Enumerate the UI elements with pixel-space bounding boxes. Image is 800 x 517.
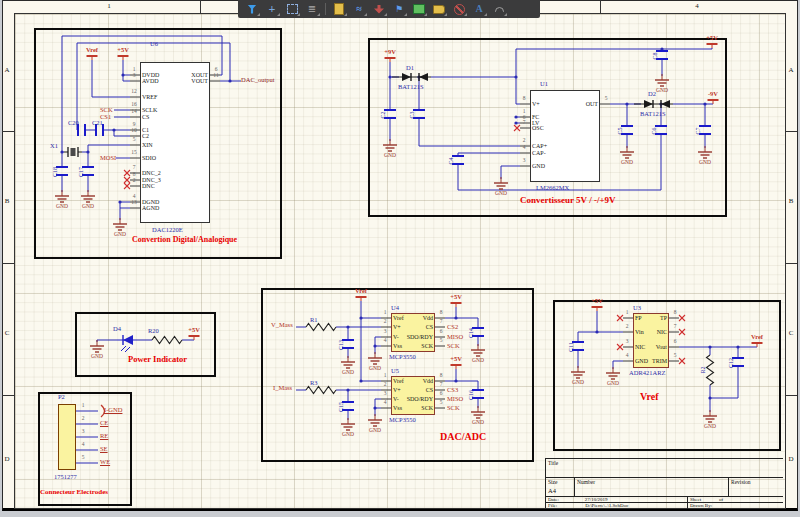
- designator-U4[interactable]: U4: [391, 305, 399, 312]
- net-label-DAC_output[interactable]: DAC_output: [241, 77, 275, 84]
- pin-number: 5: [670, 353, 680, 359]
- designator-C18[interactable]: C18: [51, 163, 59, 181]
- pin-number: 6: [436, 391, 446, 397]
- designator-C3[interactable]: C3: [408, 106, 416, 124]
- place-part-icon[interactable]: [329, 0, 349, 18]
- designator-R20[interactable]: R20: [148, 328, 159, 335]
- net-label-SCK[interactable]: SCK: [447, 405, 460, 412]
- designator-R3[interactable]: R3: [310, 380, 318, 387]
- filter-icon[interactable]: [242, 0, 262, 18]
- pin-number: 2: [129, 178, 139, 184]
- part-number-U3[interactable]: ADR421ARZ: [629, 370, 665, 377]
- sheet-label: Sheet: [690, 497, 701, 501]
- designator-C7[interactable]: C7: [694, 122, 702, 140]
- place-power-port-icon[interactable]: [369, 0, 389, 18]
- part-number-P2[interactable]: 1751277: [54, 474, 77, 481]
- part-number-U6[interactable]: DAC1220E: [152, 227, 183, 234]
- pin-name: Vdd: [423, 315, 433, 321]
- pin-number: 8: [436, 373, 446, 379]
- place-wire-icon[interactable]: ≈: [349, 0, 369, 18]
- select-area-icon[interactable]: [282, 0, 302, 18]
- pin-number: 10: [129, 128, 139, 134]
- block-title-dac-adc: DAC/ADC: [440, 432, 486, 442]
- pin-name: V-: [393, 396, 399, 402]
- place-arc-icon[interactable]: [489, 0, 509, 18]
- pin-number: 8: [436, 310, 446, 316]
- pin-number: 3: [622, 339, 632, 345]
- connector-P2[interactable]: [58, 404, 76, 470]
- net-label-I_Mass[interactable]: I_Mass: [273, 385, 292, 392]
- power-port-label: Vref: [86, 47, 98, 54]
- net-label-WE[interactable]: WE: [100, 459, 110, 466]
- designator-C4[interactable]: C4: [447, 152, 455, 170]
- pin-name: FP: [635, 315, 642, 321]
- net-label-SE[interactable]: SE: [100, 446, 108, 453]
- part-number-U5[interactable]: MCP3550: [389, 417, 416, 424]
- net-label-MISO[interactable]: MISO: [447, 334, 463, 341]
- designator-C12[interactable]: C12: [727, 354, 735, 372]
- place-sheet-symbol-icon[interactable]: [409, 0, 429, 18]
- gnd-label: GND: [572, 380, 584, 386]
- designator-D2[interactable]: D2: [648, 91, 656, 98]
- pin-name: TRIM: [652, 358, 667, 364]
- designator-C11[interactable]: C11: [567, 338, 575, 356]
- designator-C14[interactable]: C14: [467, 324, 475, 342]
- pin-name: AVDD: [142, 78, 159, 84]
- net-label-SCK[interactable]: SCK: [447, 343, 460, 350]
- place-net-label-icon[interactable]: ⚑: [389, 0, 409, 18]
- power-port-label: +5V: [706, 35, 718, 42]
- pin-name: TP: [660, 315, 667, 321]
- designator-C6[interactable]: C6: [650, 122, 658, 140]
- net-label-CE[interactable]: CE: [100, 420, 108, 427]
- separator-icon: [322, 0, 329, 18]
- part-number-D1[interactable]: BAT121S: [398, 84, 424, 91]
- designator-C16[interactable]: C16: [467, 386, 475, 404]
- designator-C8[interactable]: C8: [651, 47, 659, 65]
- designator-U6[interactable]: U6: [150, 41, 158, 48]
- pin-number: 7: [129, 165, 139, 171]
- pin-name: V-: [393, 334, 399, 340]
- pin-name: V+: [393, 387, 401, 393]
- designator-D4[interactable]: D4: [113, 326, 121, 333]
- place-text-icon[interactable]: A: [469, 0, 489, 18]
- pin-name: CAP+: [532, 143, 547, 149]
- designator-U1[interactable]: U1: [540, 81, 548, 88]
- net-label-MISO[interactable]: MISO: [447, 396, 463, 403]
- align-icon[interactable]: ≣: [302, 0, 322, 18]
- designator-C15[interactable]: C15: [337, 398, 345, 416]
- net-label-I-GND[interactable]: I-GND: [104, 407, 122, 414]
- pin-number: 2: [519, 138, 529, 144]
- no-erc-icon[interactable]: [449, 0, 469, 18]
- pin-number: 1: [78, 403, 88, 409]
- net-label-V_Mass[interactable]: V_Mass: [271, 322, 293, 329]
- pin-number: 4: [380, 338, 390, 344]
- designator-C17[interactable]: C17: [77, 163, 85, 181]
- move-cross-icon[interactable]: +: [262, 0, 282, 18]
- pin-number: 8: [519, 96, 529, 102]
- part-number-U1[interactable]: LM2662MX: [536, 185, 569, 192]
- net-label-MOSI[interactable]: MOSI: [100, 155, 116, 162]
- designator-X1[interactable]: X1: [50, 143, 58, 150]
- pin-number: 16: [129, 102, 139, 108]
- designator-R2[interactable]: R2: [699, 361, 707, 379]
- pin-name: NIC: [657, 329, 667, 335]
- designator-C21[interactable]: C21: [92, 120, 103, 127]
- block-power-indicator[interactable]: [75, 312, 216, 377]
- designator-C20[interactable]: C20: [68, 120, 79, 127]
- designator-P2[interactable]: P2: [58, 394, 65, 401]
- net-label-RE[interactable]: RE: [100, 433, 108, 440]
- designator-U3[interactable]: U3: [633, 305, 641, 312]
- net-label-CS3[interactable]: CS3: [447, 387, 458, 394]
- net-label-CS1[interactable]: CS1: [100, 114, 111, 121]
- power-port-label: -9V: [708, 91, 718, 98]
- net-label-CS2[interactable]: CS2: [447, 324, 458, 331]
- designator-U5[interactable]: U5: [391, 368, 399, 375]
- designator-R1[interactable]: R1: [310, 317, 318, 324]
- designator-C5[interactable]: C5: [616, 122, 624, 140]
- designator-C2[interactable]: C2: [379, 106, 387, 124]
- designator-D1[interactable]: D1: [406, 65, 414, 72]
- part-number-D2[interactable]: BAT121S: [640, 111, 666, 118]
- place-tag-icon[interactable]: [429, 0, 449, 18]
- designator-C13[interactable]: C13: [337, 336, 345, 354]
- part-number-U4[interactable]: MCP3550: [389, 354, 416, 361]
